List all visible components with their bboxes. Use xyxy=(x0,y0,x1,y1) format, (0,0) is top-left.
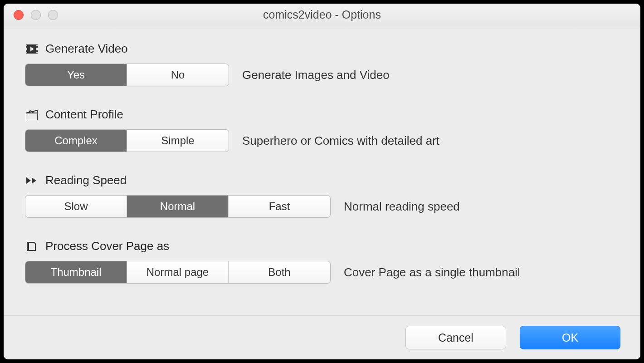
dialog-footer: Cancel OK xyxy=(4,315,640,359)
section-title: Generate Video xyxy=(45,42,128,56)
cover-page-normal[interactable]: Normal page xyxy=(127,261,229,283)
generate-video-no[interactable]: No xyxy=(127,64,229,86)
reading-speed-slow[interactable]: Slow xyxy=(25,196,127,217)
svg-marker-11 xyxy=(26,110,38,113)
section-title: Content Profile xyxy=(45,108,123,122)
close-window-button[interactable] xyxy=(14,10,24,20)
content-profile-complex[interactable]: Complex xyxy=(25,130,127,152)
section-generate-video: Generate Video Yes No Generate Images an… xyxy=(25,42,619,86)
cover-page-description: Cover Page as a single thumbnail xyxy=(344,265,520,280)
svg-marker-15 xyxy=(32,177,36,184)
svg-marker-14 xyxy=(26,177,31,184)
section-body: Complex Simple Superhero or Comics with … xyxy=(25,130,619,152)
svg-rect-10 xyxy=(26,113,38,120)
generate-video-description: Generate Images and Video xyxy=(242,68,390,82)
section-body: Slow Normal Fast Normal reading speed xyxy=(25,196,619,217)
section-header: Reading Speed xyxy=(25,173,619,187)
maximize-window-button[interactable] xyxy=(48,10,58,20)
section-title: Process Cover Page as xyxy=(45,239,169,253)
cover-page-thumbnail[interactable]: Thumbnail xyxy=(25,261,127,283)
titlebar: comics2video - Options xyxy=(4,4,640,26)
svg-rect-4 xyxy=(26,44,38,45)
minimize-window-button[interactable] xyxy=(31,10,41,20)
options-dialog: comics2video - Options Generate Video Ye… xyxy=(4,4,640,359)
generate-video-segmented: Yes No xyxy=(25,64,229,86)
svg-rect-2 xyxy=(26,44,27,54)
content-profile-description: Superhero or Comics with detailed art xyxy=(242,134,439,148)
book-icon xyxy=(25,240,38,253)
window-title: comics2video - Options xyxy=(4,8,640,21)
section-cover-page: Process Cover Page as Thumbnail Normal p… xyxy=(25,239,619,283)
section-body: Yes No Generate Images and Video xyxy=(25,64,619,86)
clapperboard-icon xyxy=(25,108,38,121)
cover-page-both[interactable]: Both xyxy=(229,261,330,283)
cancel-button[interactable]: Cancel xyxy=(405,326,506,349)
window-controls xyxy=(14,10,58,20)
generate-video-yes[interactable]: Yes xyxy=(25,64,127,86)
section-header: Content Profile xyxy=(25,108,619,122)
svg-rect-5 xyxy=(26,53,38,54)
section-body: Thumbnail Normal page Both Cover Page as… xyxy=(25,261,619,283)
reading-speed-description: Normal reading speed xyxy=(344,200,460,214)
ok-button[interactable]: OK xyxy=(520,326,620,349)
section-title: Reading Speed xyxy=(45,173,127,187)
fast-forward-icon xyxy=(25,174,38,187)
video-icon xyxy=(25,43,38,55)
content-profile-segmented: Complex Simple xyxy=(25,130,229,152)
reading-speed-fast[interactable]: Fast xyxy=(229,196,330,217)
section-content-profile: Content Profile Complex Simple Superhero… xyxy=(25,108,619,152)
svg-rect-3 xyxy=(36,44,38,54)
section-reading-speed: Reading Speed Slow Normal Fast Normal re… xyxy=(25,173,619,217)
svg-rect-8 xyxy=(36,46,38,48)
section-header: Generate Video xyxy=(25,42,619,56)
svg-rect-6 xyxy=(26,46,27,48)
cover-page-segmented: Thumbnail Normal page Both xyxy=(25,261,330,283)
svg-rect-7 xyxy=(26,50,27,52)
dialog-content: Generate Video Yes No Generate Images an… xyxy=(4,26,640,315)
reading-speed-normal[interactable]: Normal xyxy=(127,196,229,217)
content-profile-simple[interactable]: Simple xyxy=(127,130,229,152)
reading-speed-segmented: Slow Normal Fast xyxy=(25,196,330,217)
svg-rect-9 xyxy=(36,50,38,52)
section-header: Process Cover Page as xyxy=(25,239,619,253)
